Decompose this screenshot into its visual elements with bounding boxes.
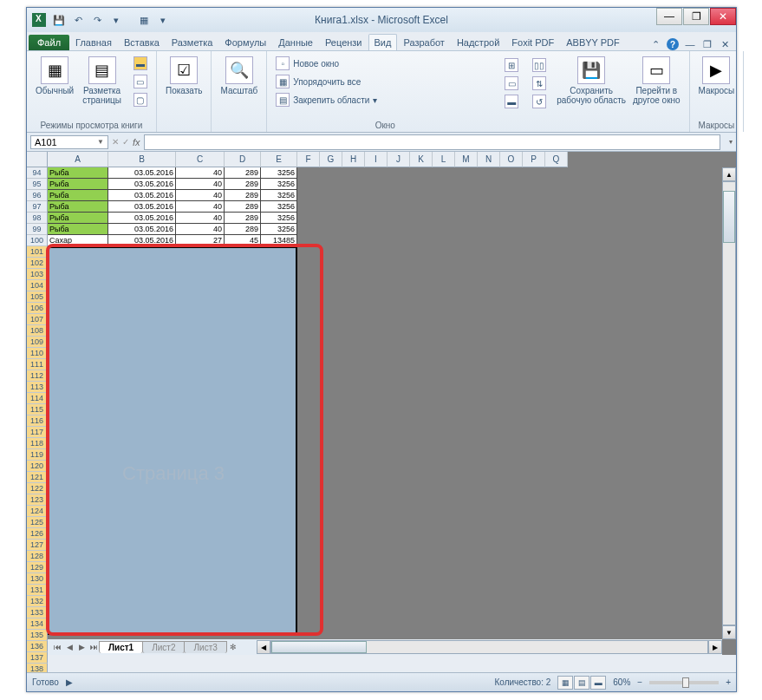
zoom-out-icon[interactable]: − (637, 677, 642, 687)
cell[interactable]: 3256 (261, 213, 297, 224)
ribbon-tab[interactable]: Foxit PDF (505, 34, 560, 50)
sheet-nav-next-icon[interactable]: ▶ (75, 641, 88, 653)
cell[interactable]: Рыба (48, 167, 108, 179)
cell[interactable]: 3256 (261, 179, 297, 190)
new-sheet-icon[interactable]: ✻ (227, 641, 239, 653)
file-tab[interactable]: Файл (29, 35, 69, 50)
vertical-scrollbar[interactable]: ▲ ▼ (722, 167, 736, 639)
name-box-dropdown-icon[interactable]: ▼ (97, 138, 104, 146)
fx-enter-icon[interactable]: ✓ (122, 137, 129, 147)
row-header[interactable]: 135 (27, 630, 48, 641)
workbook-minimize-icon[interactable]: — (684, 38, 696, 50)
column-header[interactable]: P (523, 152, 545, 167)
save-workspace-button[interactable]: 💾 Сохранить рабочую область (553, 55, 629, 107)
row-header[interactable]: 100 (27, 235, 48, 246)
row-header[interactable]: 124 (27, 506, 48, 517)
cell[interactable]: Рыба (48, 190, 108, 201)
normal-view-button[interactable]: ▦ Обычный (32, 55, 77, 108)
scroll-down-icon[interactable]: ▼ (722, 625, 736, 639)
view-side-button[interactable]: ▯▯ (529, 56, 550, 74)
row-header[interactable]: 133 (27, 607, 48, 618)
zoom-in-icon[interactable]: + (726, 677, 731, 687)
sheet-tab[interactable]: Лист2 (142, 641, 185, 653)
row-header[interactable]: 131 (27, 585, 48, 596)
column-header[interactable]: H (342, 152, 365, 167)
column-header[interactable]: Q (545, 152, 568, 167)
normal-view-sb-button[interactable]: ▦ (557, 676, 573, 690)
page-break-preview-button[interactable]: ▬ (130, 55, 151, 72)
cell[interactable]: 289 (225, 224, 261, 235)
qat-dd-icon[interactable]: ▾ (155, 12, 171, 28)
close-button[interactable]: ✕ (710, 8, 736, 25)
sheet-tab-active[interactable]: Лист1 (99, 641, 143, 653)
grid-cells[interactable]: Рыба03.05.2016402893256Рыба03.05.2016402… (48, 167, 722, 639)
ribbon-tab[interactable]: Надстрой (451, 34, 505, 50)
redo-icon[interactable]: ↷ (89, 12, 105, 28)
row-header[interactable]: 137 (27, 652, 48, 664)
column-header[interactable]: J (388, 152, 410, 167)
cell[interactable]: 13485 (261, 235, 297, 246)
cell[interactable]: 3256 (261, 224, 297, 235)
page-layout-button[interactable]: ▤ Разметка страницы (79, 55, 125, 108)
fx-icon[interactable]: fx (133, 137, 140, 147)
cell[interactable]: Рыба (48, 201, 108, 213)
row-header[interactable]: 130 (27, 573, 48, 585)
row-header[interactable]: 95 (27, 179, 48, 190)
sheet-nav-last-icon[interactable]: ⏭ (88, 641, 100, 653)
cell[interactable]: 3256 (261, 190, 297, 201)
macros-button[interactable]: ▶ Макросы (695, 55, 739, 97)
ribbon-tab[interactable]: Данные (272, 34, 319, 50)
sync-scroll-button[interactable]: ⇅ (529, 75, 550, 92)
cell[interactable]: Рыба (48, 179, 108, 190)
cell[interactable]: 40 (176, 213, 225, 224)
cell[interactable]: 40 (176, 190, 225, 201)
minimize-ribbon-icon[interactable]: ⌃ (649, 38, 661, 50)
row-header[interactable]: 110 (27, 348, 48, 359)
custom-views-button[interactable]: ▭ (130, 73, 151, 90)
cell[interactable]: 289 (225, 190, 261, 201)
cell[interactable]: 3256 (261, 167, 297, 179)
cell[interactable]: 289 (225, 167, 261, 179)
cell[interactable]: Рыба (48, 213, 108, 224)
sheet-nav-first-icon[interactable]: ⏮ (51, 641, 63, 653)
row-header[interactable]: 94 (27, 167, 48, 179)
undo-icon[interactable]: ↶ (70, 12, 86, 28)
switch-window-button[interactable]: ▭ Перейти в другое окно (629, 55, 684, 107)
row-header[interactable]: 126 (27, 528, 48, 540)
row-header[interactable]: 107 (27, 314, 48, 325)
formula-input[interactable] (144, 134, 720, 150)
freeze-panes-button[interactable]: ▤Закрепить области ▾ (272, 91, 498, 108)
cell[interactable]: 03.05.2016 (108, 235, 176, 246)
row-header[interactable]: 109 (27, 337, 48, 348)
row-header[interactable]: 96 (27, 190, 48, 201)
show-button[interactable]: ☑ Показать (162, 55, 206, 97)
row-header[interactable]: 102 (27, 258, 48, 269)
sheet-nav-prev-icon[interactable]: ◀ (63, 641, 75, 653)
page-layout-sb-button[interactable]: ▤ (574, 676, 589, 690)
row-header[interactable]: 103 (27, 269, 48, 280)
row-header[interactable]: 134 (27, 618, 48, 630)
column-header[interactable]: C (176, 152, 225, 167)
row-header[interactable]: 132 (27, 596, 48, 607)
column-header[interactable]: L (433, 152, 455, 167)
column-header[interactable]: B (108, 152, 176, 167)
cell[interactable]: 03.05.2016 (108, 224, 176, 235)
row-header[interactable]: 108 (27, 325, 48, 337)
ribbon-tab[interactable]: Формулы (218, 34, 272, 50)
cell[interactable]: 03.05.2016 (108, 190, 176, 201)
save-icon[interactable]: 💾 (51, 12, 67, 28)
row-header[interactable]: 125 (27, 517, 48, 528)
unhide-button[interactable]: ▬ (501, 93, 522, 110)
scroll-up-icon[interactable]: ▲ (722, 167, 736, 181)
zoom-slider[interactable] (649, 681, 719, 684)
row-header[interactable]: 116 (27, 415, 48, 427)
fullscreen-button[interactable]: ▢ (130, 91, 151, 108)
column-header[interactable]: O (500, 152, 523, 167)
column-header[interactable]: M (455, 152, 478, 167)
column-header[interactable]: K (410, 152, 433, 167)
row-header[interactable]: 129 (27, 562, 48, 573)
fx-cancel-icon[interactable]: ✕ (112, 137, 119, 147)
column-header[interactable]: A (48, 152, 108, 167)
cell[interactable]: 03.05.2016 (108, 179, 176, 190)
cell[interactable]: 03.05.2016 (108, 201, 176, 213)
